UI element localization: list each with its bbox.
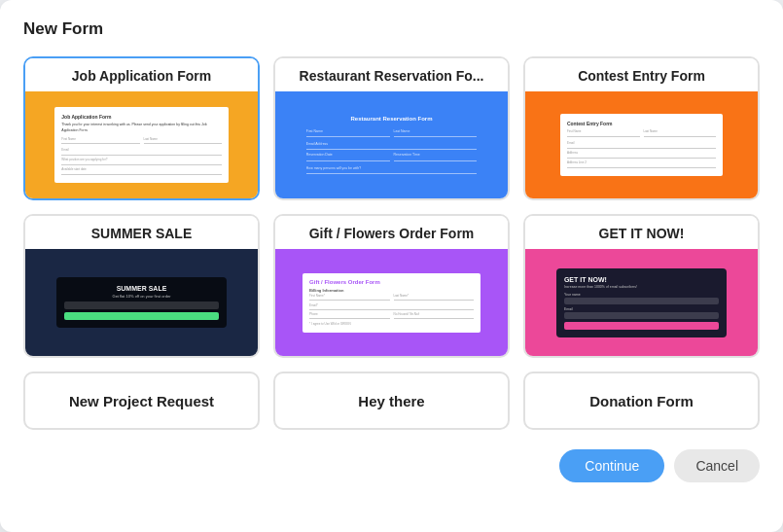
card-get-it-now[interactable]: GET IT NOW! GET IT NOW! Increase more th… <box>523 214 760 358</box>
card-contest-entry[interactable]: Contest Entry Form Contest Entry Form Fi… <box>523 56 760 200</box>
card-title-getit: GET IT NOW! <box>525 216 758 249</box>
card-hey-there[interactable]: Hey there <box>273 372 510 430</box>
continue-button[interactable]: Continue <box>559 449 664 482</box>
card-title-job: Job Application Form <box>25 58 258 91</box>
card-donation-form[interactable]: Donation Form <box>523 372 760 430</box>
card-preview-job: Job Application Form Thank you for your … <box>25 91 258 198</box>
card-gift-flowers[interactable]: Gift / Flowers Order Form Gift / Flowers… <box>273 214 510 358</box>
dialog-title: New Form <box>23 19 760 39</box>
card-preview-flowers: Gift / Flowers Order Form Billing Inform… <box>275 249 508 356</box>
card-preview-restaurant: Restaurant Reservation Form First NameLa… <box>275 91 508 198</box>
new-form-dialog: New Form Job Application Form Job Applic… <box>0 0 783 532</box>
card-title-new-project: New Project Request <box>69 393 214 409</box>
card-preview-getit: GET IT NOW! Increase more than 1000% of … <box>525 249 758 356</box>
card-new-project-request[interactable]: New Project Request <box>23 372 260 430</box>
card-title-flowers: Gift / Flowers Order Form <box>275 216 508 249</box>
card-preview-summer: SUMMER SALE Get flat 10% off on your fir… <box>25 249 258 356</box>
bottom-card-row: New Project Request Hey there Donation F… <box>23 372 760 430</box>
template-grid: Job Application Form Job Application For… <box>23 56 760 358</box>
card-preview-contest: Contest Entry Form First NameLast Name E… <box>525 91 758 198</box>
card-summer-sale[interactable]: SUMMER SALE SUMMER SALE Get flat 10% off… <box>23 214 260 358</box>
card-job-application[interactable]: Job Application Form Job Application For… <box>23 56 260 200</box>
card-title-summer: SUMMER SALE <box>25 216 258 249</box>
card-restaurant-reservation[interactable]: Restaurant Reservation Fo... Restaurant … <box>273 56 510 200</box>
cancel-button[interactable]: Cancel <box>674 449 760 482</box>
card-title-contest: Contest Entry Form <box>525 58 758 91</box>
dialog-footer: Continue Cancel <box>23 449 760 482</box>
card-title-restaurant: Restaurant Reservation Fo... <box>275 58 508 91</box>
card-title-hey-there: Hey there <box>358 393 424 409</box>
card-title-donation: Donation Form <box>589 393 694 409</box>
